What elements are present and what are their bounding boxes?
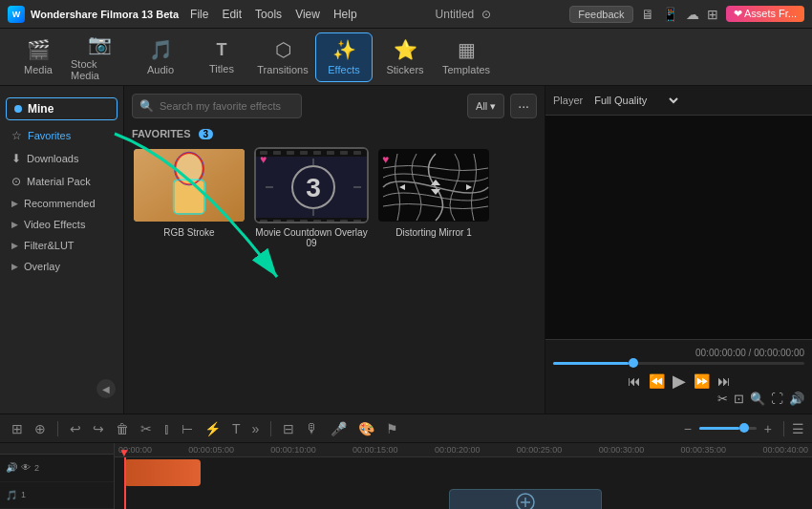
overlay-chevron: ▶ <box>11 262 18 271</box>
effect-card-distorting-mirror[interactable]: ♥ <box>376 147 491 248</box>
track-1-eye[interactable]: 👁 <box>21 462 31 473</box>
tl-undo-icon[interactable]: ↩ <box>66 419 85 438</box>
tl-color-icon[interactable]: 🎨 <box>354 419 378 438</box>
svg-rect-10 <box>273 151 281 155</box>
volume-icon[interactable]: 🔊 <box>789 392 804 406</box>
toolbar-titles[interactable]: T Titles <box>193 32 250 82</box>
frame-forward-icon[interactable]: ⏩ <box>694 373 710 389</box>
tl-audio-icon[interactable]: 🎙 <box>302 419 323 438</box>
menu-view[interactable]: View <box>295 8 320 21</box>
zoom-in-icon[interactable]: 🔍 <box>750 392 765 406</box>
sidebar-item-filter-lut[interactable]: ▶ Filter&LUT <box>0 235 123 256</box>
mine-indicator <box>14 105 22 113</box>
svg-rect-24 <box>353 220 361 223</box>
menu-tools[interactable]: Tools <box>255 8 282 21</box>
quality-select[interactable]: Full Quality Half Quality Quarter Qualit… <box>590 94 681 107</box>
ruler-marks: 00:00:00 00:00:05:00 00:00:10:00 00:00:1… <box>118 445 808 455</box>
toolbar-effects[interactable]: ✨ Effects <box>315 32 373 82</box>
search-input[interactable] <box>132 94 302 118</box>
tl-text-icon[interactable]: T <box>228 419 245 438</box>
tl-zoom-out-icon[interactable]: − <box>680 419 695 438</box>
toolbar-media[interactable]: 🎬 Media <box>10 32 67 82</box>
tl-delete-icon[interactable]: 🗑 <box>112 419 133 438</box>
phone-icon[interactable]: 📱 <box>662 7 678 22</box>
sidebar-item-overlay[interactable]: ▶ Overlay <box>0 256 123 277</box>
tl-zoom-in-icon[interactable]: + <box>760 419 776 438</box>
svg-rect-13 <box>313 151 321 155</box>
svg-rect-22 <box>327 220 334 223</box>
rgb-stroke-thumb <box>132 147 246 223</box>
track-labels: 🔊 👁 2 🎵 1 <box>0 443 115 509</box>
skip-back-icon[interactable]: ⏮ <box>628 373 641 389</box>
grid-icon[interactable]: ⊞ <box>707 7 718 22</box>
timeline: ⊞ ⊕ ↩ ↪ 🗑 ✂ ⫿ ⊢ ⚡ T » ⊟ 🎙 🎤 🎨 ⚑ − + ☰ <box>0 414 812 509</box>
filter-button[interactable]: All ▾ <box>467 94 504 118</box>
tl-speed-icon[interactable]: ⚡ <box>201 419 224 438</box>
player-progress-bar[interactable] <box>553 362 804 365</box>
tl-hamburger-icon[interactable]: ☰ <box>792 421 804 436</box>
assets-button[interactable]: ❤ Assets Fr... <box>726 6 804 22</box>
toolbar-transitions[interactable]: ⬡ Transitions <box>254 32 311 82</box>
top-right: Feedback 🖥 📱 ☁ ⊞ ❤ Assets Fr... <box>569 6 804 23</box>
menu-file[interactable]: File <box>190 8 208 21</box>
svg-rect-8 <box>256 218 369 223</box>
player-header: Player Full Quality Half Quality Quarter… <box>545 86 812 116</box>
sidebar-item-recommended[interactable]: ▶ Recommended <box>0 193 123 214</box>
tl-more-icon[interactable]: » <box>248 419 264 438</box>
track-1-icon: 🔊 <box>6 462 17 473</box>
frame-back-icon[interactable]: ⏪ <box>649 373 665 389</box>
toolbar-templates[interactable]: ▦ Templates <box>438 32 495 82</box>
sidebar-item-video-effects[interactable]: ▶ Video Effects <box>0 214 123 235</box>
app-name: Wondershare Filmora 13 Beta <box>31 9 179 20</box>
monitor-icon[interactable]: 🖥 <box>641 7 654 22</box>
stock-media-label: Stock Media <box>71 58 128 81</box>
cloud-icon[interactable]: ☁ <box>686 7 699 22</box>
audio-icon: 🎵 <box>149 38 173 61</box>
toolbar-stickers[interactable]: ⭐ Stickers <box>376 32 434 82</box>
effect-card-movie-countdown[interactable]: ♥ <box>254 147 369 248</box>
sidebar-item-material-pack[interactable]: ⊙ Material Pack <box>0 170 123 193</box>
sidebar-mine[interactable]: Mine <box>6 97 118 120</box>
tl-magnet-icon[interactable]: ⊕ <box>31 419 50 438</box>
rgb-stroke-label: RGB Stroke <box>132 227 246 238</box>
favorites-title-text: FAVORITES <box>132 128 191 139</box>
tl-trim-icon[interactable]: ⊢ <box>178 419 197 438</box>
video-clip-1[interactable] <box>124 459 201 486</box>
recommended-chevron: ▶ <box>11 199 18 208</box>
svg-rect-11 <box>287 151 294 155</box>
more-options-button[interactable]: ··· <box>510 94 537 118</box>
tl-redo-icon[interactable]: ↪ <box>89 419 108 438</box>
movie-countdown-fav-icon: ♥ <box>260 153 267 166</box>
play-icon[interactable]: ▶ <box>673 371 686 392</box>
sidebar-item-favorites[interactable]: ☆ Favorites <box>0 124 123 147</box>
menu-edit[interactable]: Edit <box>222 8 242 21</box>
svg-rect-21 <box>313 220 321 223</box>
video-effects-chevron: ▶ <box>11 220 18 229</box>
feedback-button[interactable]: Feedback <box>569 6 632 23</box>
tl-split-icon[interactable]: ⫿ <box>160 419 174 438</box>
skip-forward-icon[interactable]: ⏭ <box>717 373 731 389</box>
mark-10: 00:00:10:00 <box>270 445 316 455</box>
sidebar-item-downloads[interactable]: ⬇ Downloads <box>0 147 123 170</box>
crop-icon[interactable]: ⊡ <box>734 392 744 406</box>
track-2-label: 1 <box>21 490 26 499</box>
tl-cut-icon[interactable]: ✂ <box>137 419 156 438</box>
media-clip-1[interactable] <box>449 489 602 509</box>
zoom-control <box>699 427 757 430</box>
collapse-sidebar-button[interactable]: ◀ <box>96 379 116 398</box>
toolbar-audio[interactable]: 🎵 Audio <box>132 32 189 82</box>
fullscreen-icon[interactable]: ⛶ <box>771 392 783 406</box>
effect-card-rgb-stroke[interactable]: RGB Stroke <box>132 147 246 248</box>
track-label-1: 🔊 👁 2 <box>0 455 114 481</box>
tl-mark-icon[interactable]: ⚑ <box>382 419 402 438</box>
scissors-icon[interactable]: ✂ <box>717 392 728 406</box>
tl-mic-icon[interactable]: 🎤 <box>327 419 351 438</box>
playhead[interactable] <box>124 457 126 509</box>
menu-help[interactable]: Help <box>333 8 357 21</box>
tl-layout-icon[interactable]: ⊞ <box>8 419 27 438</box>
tl-clip-icon[interactable]: ⊟ <box>279 419 298 438</box>
stock-media-icon: 📷 <box>88 32 112 55</box>
zoom-slider[interactable] <box>699 427 757 430</box>
player-panel: Player Full Quality Half Quality Quarter… <box>545 86 812 414</box>
toolbar-stock-media[interactable]: 📷 Stock Media <box>71 32 128 82</box>
